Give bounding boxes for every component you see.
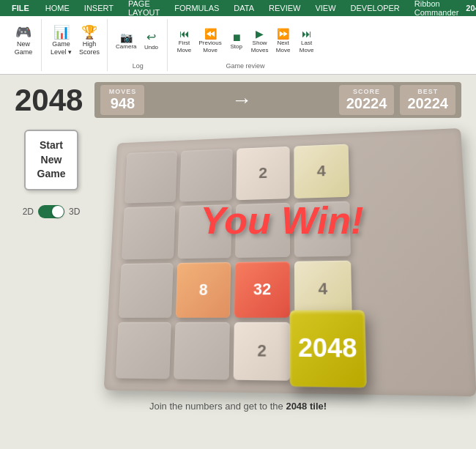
ribbon-group-game-review: ⏮ FirstMove ⏪ PreviousMove ⏹ Stop ▶ Show… [169,19,322,71]
tile-3-3: 2048 [290,311,367,388]
toggle-thumb [52,206,64,218]
tab-home[interactable]: HOME [38,2,77,14]
tile-3-2: 2 [234,322,291,381]
toggle-3d-label: 3D [69,207,80,217]
ribbon-group-new-game: 🎮 NewGame [6,19,42,71]
ribbon-group-level: 📊 GameLevel ▾ 🏆 HighScores [43,19,108,71]
toggle-2d-label: 2D [23,207,34,217]
first-move-label: FirstMove [177,40,192,53]
game-title: 2048 [15,83,83,118]
tile-0-2: 2 [236,146,289,200]
bottom-text: Join the numbers and get to the 2048 til… [15,401,461,412]
board-wrapper: You Win! 2 4 8 32 4 [103,130,461,389]
game-level-label: GameLevel ▾ [51,40,72,56]
left-panel: StartNewGame 2D 3D [15,130,88,218]
start-new-game-button[interactable]: StartNewGame [24,130,79,190]
tile-0-3: 4 [294,144,349,198]
ribbon-group-log: 📷 Camera ↩ Undo Log [109,19,167,71]
camera-label: Camera [116,43,136,51]
last-move-label: LastMove [300,40,314,53]
camera-icon: 📷 [120,31,133,43]
tab-view[interactable]: VIEW [308,2,343,14]
high-scores-label: HighScores [79,40,100,56]
game-header: 2048 MOVES 948 → SCORE 20224 BEST 20224 [15,82,461,118]
game-level-icon: 📊 [53,26,70,39]
title-bar: FILE HOME INSERT PAGE LAYOUT FORMULAS DA… [0,0,476,16]
tile-2-0 [119,263,174,318]
tab-developer[interactable]: DEVELOPER [343,2,407,14]
stop-button[interactable]: ⏹ Stop [226,31,248,51]
undo-icon: ↩ [146,30,156,44]
last-move-button[interactable]: ⏭ LastMove [296,27,318,54]
show-moves-icon: ▶ [256,28,264,40]
ribbon: 🎮 NewGame 📊 GameLevel ▾ 🏆 HighScores 📷 C… [0,16,476,75]
stop-icon: ⏹ [231,31,242,43]
tile-3-1 [174,322,230,380]
high-scores-icon: 🏆 [81,26,97,39]
tile-3-0 [116,322,171,379]
moves-stat: MOVES 948 [100,85,144,115]
bottom-text-highlight: 2048 tile! [286,401,327,412]
tab-data[interactable]: DATA [226,2,261,14]
moves-label: MOVES [108,88,137,95]
first-move-icon: ⏮ [179,28,190,40]
previous-move-button[interactable]: ⏪ PreviousMove [197,27,224,54]
game-area: 2048 MOVES 948 → SCORE 20224 BEST 20224 … [0,75,476,449]
new-game-button[interactable]: 🎮 NewGame [10,24,37,58]
previous-move-label: PreviousMove [199,40,222,53]
next-move-label: NextMove [276,40,291,53]
tile-2-1: 8 [176,262,231,318]
tab-review[interactable]: REVIEW [261,2,308,14]
tile-0-0 [124,151,177,203]
new-game-label: NewGame [15,40,33,56]
arrow-indicator: → [150,89,332,112]
stats-bar: MOVES 948 → SCORE 20224 BEST 20224 [94,82,461,118]
best-label: BEST [407,88,448,95]
tab-ribbon-commander[interactable]: Ribbon Commander [407,0,466,18]
score-value: 20224 [346,95,387,112]
game-board-3d: 2 4 8 32 4 2 2048 [104,128,476,396]
camera-button[interactable]: 📷 Camera [114,31,138,51]
tile-0-1 [179,149,233,201]
app-title: 2048 [466,4,476,12]
score-stat: SCORE 20224 [339,85,395,115]
board-grid: 2 4 8 32 4 2 2048 [116,140,463,383]
toggle-container: 2D 3D [23,205,81,218]
file-tab[interactable]: FILE [6,2,35,14]
next-move-button[interactable]: ⏩ NextMove [272,27,294,54]
game-level-button[interactable]: 📊 GameLevel ▾ [48,24,75,58]
stop-label: Stop [230,43,242,51]
tile-2-2: 32 [234,261,290,318]
tab-formulas[interactable]: FORMULAS [167,2,226,14]
tile-1-0 [122,206,175,259]
tab-insert[interactable]: INSERT [77,2,121,14]
tab-page-layout[interactable]: PAGE LAYOUT [121,0,167,18]
bottom-text-main: Join the numbers and get to the [149,401,283,412]
new-game-icon: 🎮 [15,26,31,39]
previous-move-icon: ⏪ [204,28,217,40]
last-move-icon: ⏭ [302,28,312,40]
first-move-button[interactable]: ⏮ FirstMove [174,27,196,54]
title-tabs: HOME INSERT PAGE LAYOUT FORMULAS DATA RE… [38,0,466,18]
moves-value: 948 [108,95,137,112]
undo-label: Undo [144,44,158,51]
tile-2-3: 4 [294,261,352,318]
best-value: 20224 [407,95,448,112]
show-moves-label: ShowMoves [251,40,269,53]
you-win-message: You Win! [201,198,364,242]
high-scores-button[interactable]: 🏆 HighScores [76,24,103,58]
view-toggle[interactable] [38,205,64,218]
best-stat: BEST 20224 [400,85,455,115]
next-move-icon: ⏩ [277,28,289,40]
undo-button[interactable]: ↩ Undo [141,29,163,52]
game-board-container: StartNewGame 2D 3D You Win! 2 4 [15,130,461,389]
log-group-label: Log [109,62,166,70]
show-moves-button[interactable]: ▶ ShowMoves [249,27,271,54]
game-review-group-label: Game review [169,62,322,70]
score-label: SCORE [346,88,387,95]
